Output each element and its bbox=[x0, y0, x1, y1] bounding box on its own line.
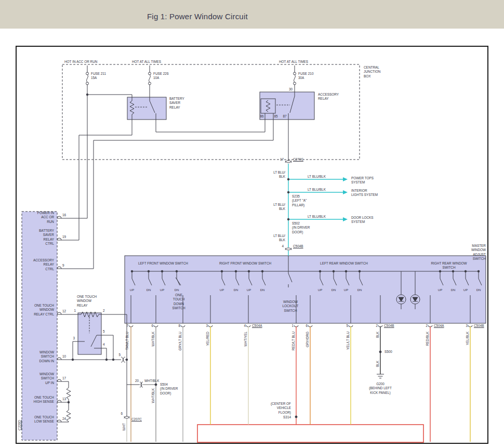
hot-in-acc-or-run-label: HOT IN ACC OR RUN bbox=[64, 60, 97, 64]
c504a-label-2: C504A bbox=[434, 324, 444, 328]
conn-pin-20-label: 20 bbox=[135, 379, 139, 383]
sidebar-power-in-label: POWER IN ACC OR RUN bbox=[37, 211, 54, 224]
wire-blk-label-2: BLK bbox=[376, 361, 380, 367]
c207c-pin-6-label: 6 bbox=[121, 412, 123, 416]
sidebar-pin-24-label: 24 bbox=[62, 417, 66, 421]
wire-gry-org-label: GRY/ORG bbox=[306, 332, 310, 347]
branch-lt-blu-blk-label-2: LT BLU/BLK bbox=[308, 188, 326, 192]
figure-title: Fig 1: Power Window Circuit bbox=[147, 12, 248, 21]
right-rear-window-switch-label: RIGHT REAR WINDOW SWITCH bbox=[430, 261, 468, 270]
c270c-pin-17-label: 17 bbox=[280, 157, 284, 162]
s502-label: S502 (IN DRIVER DOOR) bbox=[292, 221, 310, 234]
switch-pos-label-11: UP bbox=[344, 288, 348, 293]
wire-wht-blk-label-2: WHT/BLK bbox=[151, 388, 155, 403]
c504a-label-1: C504A bbox=[252, 324, 262, 328]
battery-saver-relay-label: BATTERY SAVER RELAY bbox=[169, 97, 184, 110]
sidebar-pin-13-label: 13 bbox=[62, 397, 66, 401]
c220d-label: C220D bbox=[18, 420, 22, 430]
switch-pos-label-16: DN bbox=[476, 288, 481, 293]
wire-tan-lt-blu-label: TAN/LT BLU bbox=[125, 332, 129, 350]
sidebar-pin-17-label: 17 bbox=[62, 376, 66, 380]
page: { "title": "Fig 1: Power Window Circuit"… bbox=[0, 0, 504, 448]
sidebar-accessory-label: ACCESSORY RELAY CTRL bbox=[33, 258, 54, 271]
acc-relay-pin-87-label: 87 bbox=[283, 114, 286, 118]
c504b-label-3: C504B bbox=[474, 324, 484, 328]
branch-lt-blu-blk-label-3: LT BLU/BLK bbox=[308, 215, 326, 219]
sidebar-one-touch-low-label: ONE TOUCH LOW SENSE bbox=[34, 415, 54, 424]
sidebar-pin-12-label: 12 bbox=[62, 309, 66, 313]
bottom-pin-6-a-label: 6 bbox=[151, 324, 153, 328]
wire-wht-blk-label-1: WHT/BLK bbox=[151, 332, 155, 346]
switch-pos-label-3: UP bbox=[160, 288, 164, 293]
c504b-pin-4-label: 4 bbox=[282, 244, 284, 248]
fuse-226-label: FUSE 226 10A bbox=[153, 72, 168, 81]
bottom-pin-5-label: 5 bbox=[346, 324, 348, 328]
window-lockout-switch-label: WINDOW LOCKOUT SWITCH bbox=[283, 300, 299, 313]
wire-wht-label: WHT bbox=[122, 423, 126, 431]
switch-pos-label-4: DN bbox=[175, 288, 179, 293]
sidebar-pin-9-label: 9 bbox=[62, 263, 64, 268]
wiring-diagram: HOT IN ACC OR RUNHOT AT ALL TIMESHOT AT … bbox=[16, 46, 488, 444]
one-touch-down-switch-label: ONE TOUCH DOWN SWITCH bbox=[172, 293, 185, 310]
switch-pos-label-13: UP bbox=[438, 288, 442, 293]
wire-red-lt-blu-label: RED/LT BLU bbox=[291, 332, 296, 350]
sidebar-pin-10-label: 10 bbox=[62, 354, 66, 359]
c207c-label: C207C bbox=[131, 417, 142, 421]
wire-blk-label-1: BLK bbox=[376, 332, 380, 338]
otr-pin-1-label: 1 bbox=[74, 309, 76, 313]
otr-pin-3-label: 3 bbox=[73, 336, 75, 340]
hot-at-all-times-label-2: HOT AT ALL TIMES bbox=[279, 60, 308, 64]
sidebar-one-touch-high-label: ONE TOUCH HIGH SENSE bbox=[34, 396, 54, 404]
switch-pos-label-1: UP bbox=[130, 288, 134, 293]
switch-pos-label-7: UP bbox=[247, 288, 251, 293]
wire-lt-blu-blk-label-2: LT BLU/ BLK bbox=[273, 203, 285, 212]
fuse-211-label: FUSE 211 15A bbox=[91, 72, 106, 81]
c504b-label-2: C504B bbox=[384, 324, 394, 328]
bottom-pin-2-a-label: 2 bbox=[376, 324, 378, 328]
switch-pos-label-10: DN bbox=[331, 288, 336, 293]
interior-lights-system-label: INTERIOR LIGHTS SYSTEM bbox=[351, 189, 378, 197]
sidebar-battery-saver-label: BATTERY SAVER RELAY CTRL bbox=[39, 229, 54, 246]
bottom-pin-2-b-label: 2 bbox=[426, 324, 428, 328]
master-window-adjust-switch-label: MASTER WINDOW ADJUST SWITCH bbox=[471, 244, 486, 261]
bottom-pin-3-a-label: 3 bbox=[206, 324, 208, 328]
bottom-pin-4-label: 4 bbox=[244, 324, 246, 328]
switch-pos-label-14: DN bbox=[451, 288, 456, 293]
wire-yel-red-label: YEL/RED bbox=[206, 332, 210, 346]
switch-pos-label-9: UP bbox=[318, 288, 322, 293]
switch-pos-label-2: DN bbox=[147, 288, 151, 293]
branch-lt-blu-blk-label-1: LT BLU/BLK bbox=[308, 175, 326, 179]
acc-relay-pin-85-label: 85 bbox=[274, 114, 277, 118]
hot-at-all-times-label-1: HOT AT ALL TIMES bbox=[132, 60, 161, 64]
c270c-label: C270C bbox=[293, 157, 303, 162]
otr-pin-2-label: 2 bbox=[103, 309, 105, 313]
switch-pos-label-6: DN bbox=[234, 288, 238, 293]
bottom-pin-3-b-label: 3 bbox=[466, 324, 468, 328]
wire-lt-blu-blk-label-3: LT BLU/ BLK bbox=[273, 234, 285, 243]
sidebar-one-touch-relay-label: ONE TOUCH WINDOW RELAY CTRL bbox=[34, 304, 54, 317]
central-junction-box-label: CENTRAL JUNCTION BOX bbox=[364, 65, 380, 78]
wire-red-blk-label: RED/BLK bbox=[426, 332, 430, 346]
sidebar-pin-16-label: 16 bbox=[62, 213, 66, 217]
switch-pos-label-15: UP bbox=[463, 288, 468, 293]
wire-gry-lt-blu-label: GRY/LT BLU bbox=[178, 332, 182, 351]
inline-conn-5-label: 5 bbox=[118, 353, 121, 357]
center-floor-label: (CENTER OF VEHICLE FLOOR) bbox=[271, 402, 291, 415]
s314-label: S314 bbox=[283, 415, 291, 419]
branch-wht-blk-label: WHT/BLK bbox=[144, 379, 159, 383]
left-front-window-switch-label: LEFT FRONT WINDOW SWITCH bbox=[138, 261, 188, 266]
otr-pin-5-label: 5 bbox=[103, 330, 105, 334]
bottom-pin-1-label: 1 bbox=[291, 324, 294, 328]
accessory-relay-label: ACCESSORY RELAY bbox=[318, 93, 339, 101]
otr-pin-4-label: 4 bbox=[103, 342, 105, 347]
g200-label: G200 (BEHIND LEFT KICK PANEL) bbox=[369, 382, 392, 395]
bottom-pin-7-label: 7 bbox=[126, 324, 128, 328]
switch-pos-label-8: DN bbox=[260, 288, 265, 293]
bottom-pin-6-b-label: 6 bbox=[306, 324, 308, 328]
wire-lt-blu-blk-label-1: LT BLU/ BLK bbox=[273, 170, 285, 179]
c504b-label-main: C504B bbox=[293, 244, 303, 248]
wire-yel-blk-label: YEL/BLK bbox=[466, 332, 470, 345]
s504-label: S504 (IN DRIVER DOOR) bbox=[160, 383, 178, 396]
fuse-210-label: FUSE 210 30A bbox=[298, 72, 313, 81]
right-front-window-switch-label: RIGHT FRONT WINDOW SWITCH bbox=[219, 261, 271, 266]
